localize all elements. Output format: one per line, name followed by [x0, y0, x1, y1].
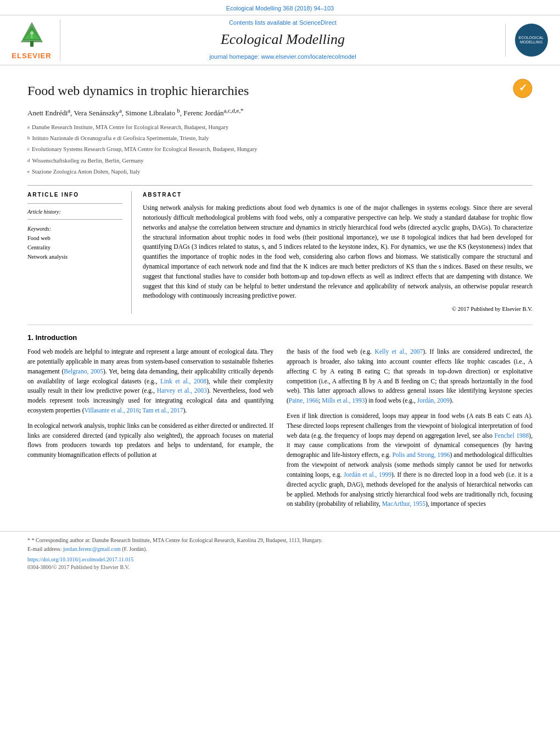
affil-e: e Stazione Zoologica Anton Dohrn, Napoli…: [27, 168, 533, 178]
affiliations: a Danube Research Institute, MTA Centre …: [27, 123, 533, 178]
homepage-link[interactable]: www.elsevier.com/locate/ecolmodel: [261, 53, 356, 60]
authors-line: Anett Endrédia, Vera Senánszkya, Simone …: [27, 107, 533, 119]
email-link[interactable]: jordan.ferenc@gmail.com: [63, 546, 121, 552]
intro-para-1: Food web models are helpful to integrate…: [27, 347, 273, 416]
belgrano-ref[interactable]: Belgrano, 2005: [64, 368, 103, 375]
paine-ref[interactable]: Paine, 1966: [289, 397, 318, 404]
journal-header-center: Contents lists available at ScienceDirec…: [68, 19, 497, 61]
body-left-col: Food web models are helpful to integrate…: [27, 347, 273, 515]
keywords-label: Keywords:: [27, 225, 122, 233]
introduction-heading: 1. Introduction: [27, 333, 533, 343]
homepage-line: journal homepage: www.elsevier.com/locat…: [68, 53, 497, 61]
jordan-1999-ref[interactable]: Jordán et al., 1999: [344, 471, 391, 478]
sciencedirect-link[interactable]: ScienceDirect: [299, 19, 337, 26]
jordan-2009-ref[interactable]: Jordán, 2009: [417, 397, 450, 404]
intro-para-4: Even if link direction is considered, lo…: [287, 411, 533, 509]
author-4: Ferenc Jordána,c,d,e,*: [183, 109, 243, 117]
svg-text:✓: ✓: [519, 82, 527, 93]
article-info-abstract: ARTICLE INFO Article history: Keywords: …: [27, 185, 533, 314]
polis-ref[interactable]: Polis and Strong, 1996: [392, 451, 450, 458]
elsevier-tree-icon: [15, 19, 48, 49]
article-history-label: Article history:: [27, 208, 122, 216]
journal-title: Ecological Modelling: [68, 30, 497, 49]
mills-ref[interactable]: Mills et al., 1993: [322, 397, 365, 404]
section-divider: [27, 325, 533, 325]
crossmark-icon: ✓: [513, 79, 533, 98]
introduction-body: Food web models are helpful to integrate…: [27, 347, 533, 515]
contents-line: Contents lists available at ScienceDirec…: [68, 19, 497, 27]
journal-header-bar: ELSEVIER Contents lists available at Sci…: [0, 15, 560, 65]
affil-a: a Danube Research Institute, MTA Centre …: [27, 123, 533, 134]
harvey-ref[interactable]: Harvey et al., 2003: [157, 387, 207, 394]
doi-line[interactable]: https://doi.org/10.1016/j.ecolmodel.2017…: [27, 556, 533, 564]
link-ref[interactable]: Link et al., 2008: [160, 378, 206, 384]
license-line: 0304-3800/© 2017 Published by Elsevier B…: [27, 564, 533, 571]
author-1: Anett Endrédia,: [27, 109, 74, 117]
document-footer: * * Corresponding author at: Danube Rese…: [0, 531, 560, 576]
article-info-heading: ARTICLE INFO: [27, 191, 122, 199]
fenchel-ref[interactable]: Fenchel 1988: [494, 432, 529, 439]
intro-para-2: In ecological network analysis, trophic …: [27, 421, 273, 460]
article-info-column: ARTICLE INFO Article history: Keywords: …: [27, 191, 132, 314]
keyword-1: Food web: [27, 234, 122, 243]
affil-b: b Istituto Nazionale di Oceanografia e d…: [27, 134, 533, 145]
keyword-2: Centrality: [27, 243, 122, 253]
keyword-3: Network analysis: [27, 253, 122, 262]
author-3: Simone Libralato b,: [125, 109, 183, 117]
email-footnote: E-mail address: jordan.ferenc@gmail.com …: [27, 545, 533, 554]
villasante-ref[interactable]: Villasante et al., 2016: [84, 407, 139, 414]
footnote: * * Corresponding author at: Danube Rese…: [27, 536, 533, 545]
macarthur-ref[interactable]: MacArthur, 1955: [382, 500, 425, 507]
elsevier-label: ELSEVIER: [12, 51, 51, 61]
body-right-col: the basis of the food web (e.g. Kelly et…: [287, 347, 533, 515]
article-title: Food web dynamics in trophic hierarchies: [27, 82, 249, 101]
main-content: Food web dynamics in trophic hierarchies…: [0, 65, 560, 526]
author-2: Vera Senánszkya,: [74, 109, 125, 117]
elsevier-logo: ELSEVIER: [11, 19, 60, 61]
eco-logo-circle: ECOLOGICALMODELLING: [515, 24, 548, 57]
tam-ref[interactable]: Tam et al., 2017: [142, 407, 183, 414]
kelly-ref[interactable]: Kelly et al., 2007: [375, 348, 423, 355]
affil-d: d Wissenschaftskolleg zu Berlin, Berlin,…: [27, 157, 533, 168]
copyright-line: © 2017 Published by Elsevier B.V.: [143, 305, 533, 314]
svg-point-4: [30, 31, 33, 35]
abstract-column: ABSTRACT Using network analysis for maki…: [143, 191, 533, 314]
journal-reference: Ecological Modelling 368 (2018) 94–103: [0, 0, 560, 15]
abstract-text: Using network analysis for making predic…: [143, 203, 533, 301]
abstract-heading: ABSTRACT: [143, 191, 533, 199]
title-row: Food web dynamics in trophic hierarchies…: [27, 76, 533, 107]
intro-para-3: the basis of the food web (e.g. Kelly et…: [287, 347, 533, 406]
affil-c: c Evolutionary Systems Research Group, M…: [27, 145, 533, 156]
ecological-modelling-logo: ECOLOGICALMODELLING: [505, 24, 549, 57]
